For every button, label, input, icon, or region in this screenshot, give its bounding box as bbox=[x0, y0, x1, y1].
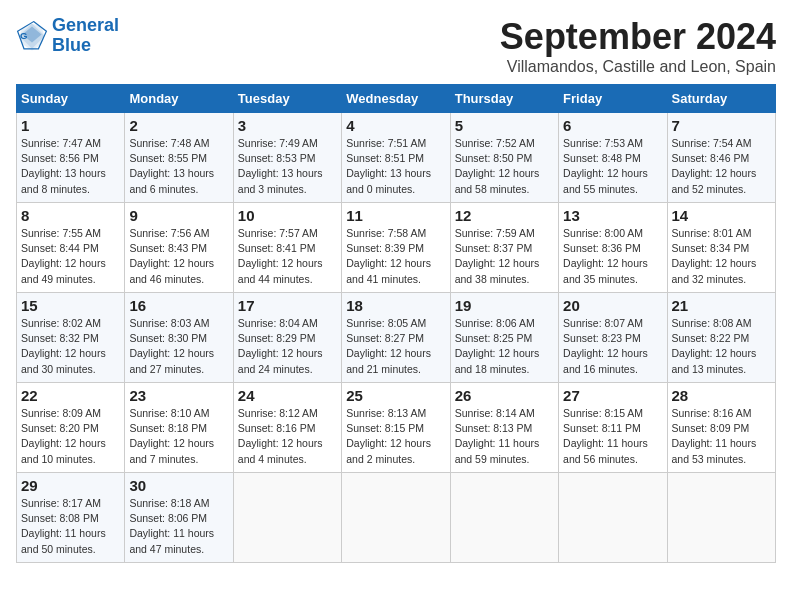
day-info: Sunrise: 7:52 AMSunset: 8:50 PMDaylight:… bbox=[455, 136, 554, 197]
calendar-cell: 4Sunrise: 7:51 AMSunset: 8:51 PMDaylight… bbox=[342, 113, 450, 203]
day-info: Sunrise: 8:02 AMSunset: 8:32 PMDaylight:… bbox=[21, 316, 120, 377]
day-info: Sunrise: 8:12 AMSunset: 8:16 PMDaylight:… bbox=[238, 406, 337, 467]
header-row: SundayMondayTuesdayWednesdayThursdayFrid… bbox=[17, 85, 776, 113]
day-number: 18 bbox=[346, 297, 445, 314]
day-info: Sunrise: 7:57 AMSunset: 8:41 PMDaylight:… bbox=[238, 226, 337, 287]
day-number: 13 bbox=[563, 207, 662, 224]
logo-text: General Blue bbox=[52, 16, 119, 56]
day-number: 9 bbox=[129, 207, 228, 224]
day-number: 8 bbox=[21, 207, 120, 224]
calendar-cell: 24Sunrise: 8:12 AMSunset: 8:16 PMDayligh… bbox=[233, 383, 341, 473]
day-number: 24 bbox=[238, 387, 337, 404]
calendar-row: 15Sunrise: 8:02 AMSunset: 8:32 PMDayligh… bbox=[17, 293, 776, 383]
calendar-cell: 16Sunrise: 8:03 AMSunset: 8:30 PMDayligh… bbox=[125, 293, 233, 383]
day-info: Sunrise: 8:15 AMSunset: 8:11 PMDaylight:… bbox=[563, 406, 662, 467]
page-header: G General Blue September 2024 Villamando… bbox=[16, 16, 776, 76]
col-header-friday: Friday bbox=[559, 85, 667, 113]
day-info: Sunrise: 7:59 AMSunset: 8:37 PMDaylight:… bbox=[455, 226, 554, 287]
day-number: 23 bbox=[129, 387, 228, 404]
calendar-cell: 30Sunrise: 8:18 AMSunset: 8:06 PMDayligh… bbox=[125, 473, 233, 563]
calendar-cell: 6Sunrise: 7:53 AMSunset: 8:48 PMDaylight… bbox=[559, 113, 667, 203]
calendar-cell: 2Sunrise: 7:48 AMSunset: 8:55 PMDaylight… bbox=[125, 113, 233, 203]
calendar-cell: 26Sunrise: 8:14 AMSunset: 8:13 PMDayligh… bbox=[450, 383, 558, 473]
calendar-row: 22Sunrise: 8:09 AMSunset: 8:20 PMDayligh… bbox=[17, 383, 776, 473]
calendar-row: 1Sunrise: 7:47 AMSunset: 8:56 PMDaylight… bbox=[17, 113, 776, 203]
day-number: 29 bbox=[21, 477, 120, 494]
day-number: 4 bbox=[346, 117, 445, 134]
calendar-cell: 8Sunrise: 7:55 AMSunset: 8:44 PMDaylight… bbox=[17, 203, 125, 293]
day-info: Sunrise: 8:13 AMSunset: 8:15 PMDaylight:… bbox=[346, 406, 445, 467]
day-info: Sunrise: 7:53 AMSunset: 8:48 PMDaylight:… bbox=[563, 136, 662, 197]
svg-text:G: G bbox=[20, 30, 27, 41]
col-header-thursday: Thursday bbox=[450, 85, 558, 113]
calendar-cell bbox=[342, 473, 450, 563]
calendar-cell: 18Sunrise: 8:05 AMSunset: 8:27 PMDayligh… bbox=[342, 293, 450, 383]
col-header-monday: Monday bbox=[125, 85, 233, 113]
day-info: Sunrise: 8:08 AMSunset: 8:22 PMDaylight:… bbox=[672, 316, 771, 377]
day-number: 11 bbox=[346, 207, 445, 224]
day-info: Sunrise: 8:09 AMSunset: 8:20 PMDaylight:… bbox=[21, 406, 120, 467]
calendar-table: SundayMondayTuesdayWednesdayThursdayFrid… bbox=[16, 84, 776, 563]
day-info: Sunrise: 8:01 AMSunset: 8:34 PMDaylight:… bbox=[672, 226, 771, 287]
day-number: 3 bbox=[238, 117, 337, 134]
day-number: 6 bbox=[563, 117, 662, 134]
day-number: 21 bbox=[672, 297, 771, 314]
day-number: 2 bbox=[129, 117, 228, 134]
day-info: Sunrise: 7:58 AMSunset: 8:39 PMDaylight:… bbox=[346, 226, 445, 287]
calendar-cell: 23Sunrise: 8:10 AMSunset: 8:18 PMDayligh… bbox=[125, 383, 233, 473]
logo-icon: G bbox=[16, 20, 48, 52]
day-info: Sunrise: 7:49 AMSunset: 8:53 PMDaylight:… bbox=[238, 136, 337, 197]
day-info: Sunrise: 8:05 AMSunset: 8:27 PMDaylight:… bbox=[346, 316, 445, 377]
calendar-cell bbox=[667, 473, 775, 563]
calendar-cell: 29Sunrise: 8:17 AMSunset: 8:08 PMDayligh… bbox=[17, 473, 125, 563]
day-info: Sunrise: 8:18 AMSunset: 8:06 PMDaylight:… bbox=[129, 496, 228, 557]
calendar-cell: 17Sunrise: 8:04 AMSunset: 8:29 PMDayligh… bbox=[233, 293, 341, 383]
day-number: 12 bbox=[455, 207, 554, 224]
day-number: 28 bbox=[672, 387, 771, 404]
calendar-row: 8Sunrise: 7:55 AMSunset: 8:44 PMDaylight… bbox=[17, 203, 776, 293]
calendar-cell: 28Sunrise: 8:16 AMSunset: 8:09 PMDayligh… bbox=[667, 383, 775, 473]
day-info: Sunrise: 8:06 AMSunset: 8:25 PMDaylight:… bbox=[455, 316, 554, 377]
calendar-cell: 7Sunrise: 7:54 AMSunset: 8:46 PMDaylight… bbox=[667, 113, 775, 203]
col-header-wednesday: Wednesday bbox=[342, 85, 450, 113]
calendar-cell: 5Sunrise: 7:52 AMSunset: 8:50 PMDaylight… bbox=[450, 113, 558, 203]
logo-line1: General bbox=[52, 15, 119, 35]
calendar-cell bbox=[559, 473, 667, 563]
calendar-cell: 27Sunrise: 8:15 AMSunset: 8:11 PMDayligh… bbox=[559, 383, 667, 473]
day-number: 10 bbox=[238, 207, 337, 224]
day-info: Sunrise: 7:47 AMSunset: 8:56 PMDaylight:… bbox=[21, 136, 120, 197]
calendar-cell: 1Sunrise: 7:47 AMSunset: 8:56 PMDaylight… bbox=[17, 113, 125, 203]
day-number: 5 bbox=[455, 117, 554, 134]
day-info: Sunrise: 8:17 AMSunset: 8:08 PMDaylight:… bbox=[21, 496, 120, 557]
calendar-cell: 19Sunrise: 8:06 AMSunset: 8:25 PMDayligh… bbox=[450, 293, 558, 383]
day-number: 17 bbox=[238, 297, 337, 314]
logo-line2: Blue bbox=[52, 35, 91, 55]
calendar-cell bbox=[450, 473, 558, 563]
calendar-cell: 11Sunrise: 7:58 AMSunset: 8:39 PMDayligh… bbox=[342, 203, 450, 293]
day-number: 15 bbox=[21, 297, 120, 314]
day-info: Sunrise: 8:10 AMSunset: 8:18 PMDaylight:… bbox=[129, 406, 228, 467]
calendar-cell: 22Sunrise: 8:09 AMSunset: 8:20 PMDayligh… bbox=[17, 383, 125, 473]
calendar-cell: 15Sunrise: 8:02 AMSunset: 8:32 PMDayligh… bbox=[17, 293, 125, 383]
calendar-cell bbox=[233, 473, 341, 563]
day-info: Sunrise: 8:07 AMSunset: 8:23 PMDaylight:… bbox=[563, 316, 662, 377]
day-info: Sunrise: 7:56 AMSunset: 8:43 PMDaylight:… bbox=[129, 226, 228, 287]
calendar-cell: 25Sunrise: 8:13 AMSunset: 8:15 PMDayligh… bbox=[342, 383, 450, 473]
calendar-cell: 21Sunrise: 8:08 AMSunset: 8:22 PMDayligh… bbox=[667, 293, 775, 383]
calendar-cell: 13Sunrise: 8:00 AMSunset: 8:36 PMDayligh… bbox=[559, 203, 667, 293]
day-info: Sunrise: 7:55 AMSunset: 8:44 PMDaylight:… bbox=[21, 226, 120, 287]
calendar-row: 29Sunrise: 8:17 AMSunset: 8:08 PMDayligh… bbox=[17, 473, 776, 563]
calendar-cell: 3Sunrise: 7:49 AMSunset: 8:53 PMDaylight… bbox=[233, 113, 341, 203]
calendar-cell: 12Sunrise: 7:59 AMSunset: 8:37 PMDayligh… bbox=[450, 203, 558, 293]
calendar-cell: 10Sunrise: 7:57 AMSunset: 8:41 PMDayligh… bbox=[233, 203, 341, 293]
day-number: 27 bbox=[563, 387, 662, 404]
calendar-cell: 9Sunrise: 7:56 AMSunset: 8:43 PMDaylight… bbox=[125, 203, 233, 293]
calendar-cell: 20Sunrise: 8:07 AMSunset: 8:23 PMDayligh… bbox=[559, 293, 667, 383]
col-header-tuesday: Tuesday bbox=[233, 85, 341, 113]
location: Villamandos, Castille and Leon, Spain bbox=[500, 58, 776, 76]
day-number: 25 bbox=[346, 387, 445, 404]
day-info: Sunrise: 8:14 AMSunset: 8:13 PMDaylight:… bbox=[455, 406, 554, 467]
day-number: 19 bbox=[455, 297, 554, 314]
day-number: 20 bbox=[563, 297, 662, 314]
day-number: 30 bbox=[129, 477, 228, 494]
